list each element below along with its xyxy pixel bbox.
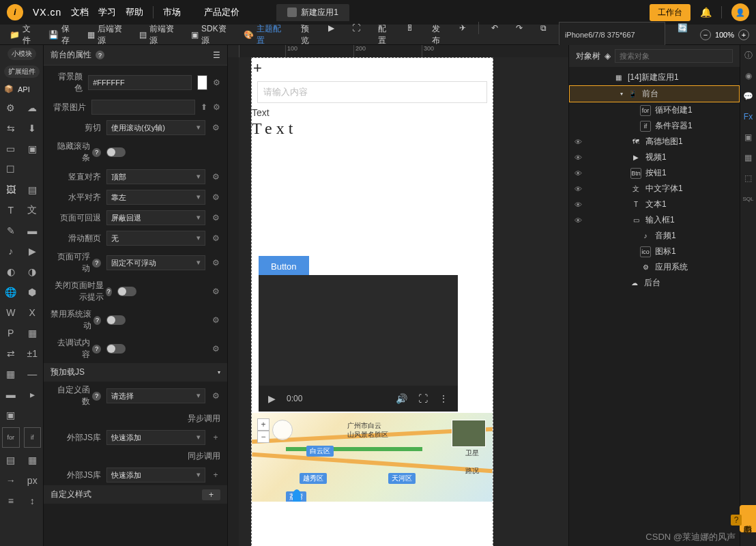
pal-icon[interactable]: P xyxy=(0,323,22,343)
canvas-input[interactable]: 请输入内容 xyxy=(257,81,487,103)
halign-select[interactable]: 靠左 xyxy=(106,190,205,205)
rtb-sql-icon[interactable]: SQL xyxy=(740,188,756,209)
pal-icon[interactable]: ⬇ xyxy=(22,118,44,139)
device-select[interactable] xyxy=(559,22,665,48)
canvas-text-small[interactable]: Text xyxy=(252,107,493,118)
tree-node-cond[interactable]: if条件容器1 xyxy=(569,118,740,134)
map-district[interactable]: 白云区 xyxy=(306,446,334,457)
canvas-map[interactable]: + − 广州市白云山风景名胜区 白云区 越秀区 天河区 荔湾 卫星 路况 xyxy=(252,413,493,502)
valign-select[interactable]: 顶部 xyxy=(106,169,205,184)
pal-icon[interactable]: ◐ xyxy=(0,261,22,282)
swipe-select[interactable]: 无 xyxy=(106,231,205,246)
tree-node-button[interactable]: 👁Btn按钮1 xyxy=(569,165,740,181)
pal-icon[interactable] xyxy=(22,159,44,179)
pal-video-icon[interactable]: ▶ xyxy=(22,241,44,261)
eye-icon[interactable]: 👁 xyxy=(575,185,584,193)
pal-icon[interactable]: ▦ xyxy=(22,323,44,343)
hidescroll-toggle[interactable] xyxy=(106,147,126,157)
nav-pricing[interactable]: 产品定价 xyxy=(204,6,239,18)
canvas-button[interactable]: Button xyxy=(259,256,309,277)
canvas-video[interactable]: ▶ 0:00 🔊 ⛶ ⋮ xyxy=(259,275,458,412)
api-item[interactable]: 📦API xyxy=(0,81,43,98)
map-satellite-thumb[interactable] xyxy=(452,420,486,447)
undo-icon[interactable]: ↶ xyxy=(486,22,504,48)
redo-icon[interactable]: ↷ xyxy=(510,22,528,48)
device-icon[interactable]: ⧉ xyxy=(535,22,552,48)
menu-icon[interactable]: ☰ xyxy=(213,51,220,60)
pal-icon[interactable]: ☁ xyxy=(22,98,44,118)
pal-icon[interactable]: W xyxy=(0,302,22,323)
tree-node-map[interactable]: 👁🗺高德地图1 xyxy=(569,134,740,149)
help-icon[interactable]: ? xyxy=(96,51,104,59)
gear-icon[interactable]: ⚙ xyxy=(213,78,220,87)
workspace-button[interactable]: 工作台 xyxy=(650,4,690,21)
float-select[interactable]: 固定不可浮动 xyxy=(106,255,205,270)
tree-node-loop[interactable]: for循环创建1 xyxy=(569,102,740,118)
help-center-tab[interactable]: 帮助中心 ? xyxy=(740,505,756,532)
gear-icon[interactable]: ⚙ xyxy=(213,102,220,112)
pal-icon[interactable]: ⬢ xyxy=(22,282,44,302)
pal-audio-icon[interactable]: ♪ xyxy=(0,241,22,261)
pal-icon[interactable]: 文 xyxy=(22,200,44,220)
tree-node-back[interactable]: ☁后台 xyxy=(569,275,740,291)
pill-extend[interactable]: 扩展组件 xyxy=(4,66,40,78)
gear-icon[interactable]: ⚙ xyxy=(211,344,220,354)
pal-button-icon[interactable]: ▬ xyxy=(22,220,44,241)
pal-icon[interactable]: ⇄ xyxy=(0,343,22,364)
volume-icon[interactable]: 🔊 xyxy=(396,393,407,404)
nav-market[interactable]: 市场 xyxy=(163,6,181,18)
pageback-select[interactable]: 屏蔽回退 xyxy=(106,210,205,225)
save-button[interactable]: 💾保存 xyxy=(46,22,79,48)
gear-icon[interactable]: ⚙ xyxy=(211,233,220,243)
preview-button[interactable]: 预览 xyxy=(295,22,317,48)
tree-node-icon[interactable]: ico图标1 xyxy=(569,244,740,259)
rtb-icon[interactable]: ▣ xyxy=(740,127,756,147)
zoom-in-icon[interactable]: + xyxy=(738,29,749,40)
disscroll-toggle[interactable] xyxy=(106,315,126,325)
device-frame[interactable]: + 请输入内容 Text Text Button ▶ 0:00 🔊 ⛶ ⋮ xyxy=(251,57,493,546)
tree-node-text[interactable]: 👁T文本1 xyxy=(569,197,740,212)
pal-icon[interactable]: ✎ xyxy=(0,220,22,241)
pal-icon[interactable] xyxy=(22,405,44,425)
eye-icon[interactable]: 👁 xyxy=(575,201,584,209)
gear-icon[interactable]: ⚙ xyxy=(211,172,220,182)
search-input[interactable] xyxy=(615,49,733,63)
pal-icon[interactable]: X xyxy=(22,302,44,323)
bgimg-input[interactable] xyxy=(91,100,195,115)
tree-node-input[interactable]: 👁▭输入框1 xyxy=(569,212,740,228)
send-icon[interactable]: ✈ xyxy=(454,22,471,48)
pal-icon[interactable]: ↕ xyxy=(22,491,44,511)
tree-node-root[interactable]: ▦[14]新建应用1 xyxy=(569,70,740,85)
debug-toggle[interactable] xyxy=(106,344,126,354)
rotate-icon[interactable]: 🔄 xyxy=(672,22,693,48)
pal-icon[interactable]: → xyxy=(0,470,22,491)
pal-icon[interactable]: ▦ xyxy=(22,450,44,470)
plus-icon[interactable]: + xyxy=(253,59,262,77)
customfn-select[interactable]: 请选择 xyxy=(106,388,205,403)
pal-icon[interactable]: ▤ xyxy=(0,450,22,470)
nav-help[interactable]: 帮助 xyxy=(126,6,143,18)
backend-res[interactable]: ▦后端资源 xyxy=(85,22,131,48)
canvas[interactable]: 100200300 + 请输入内容 Text Text Button ▶ 0:0… xyxy=(228,45,568,546)
logo-icon[interactable]: i xyxy=(7,4,23,20)
gear-icon[interactable]: ⚙ xyxy=(211,192,220,202)
pal-icon[interactable]: ▬ xyxy=(0,384,22,405)
rtb-icon[interactable]: ◉ xyxy=(740,66,756,86)
pal-if-icon[interactable]: if xyxy=(24,427,42,448)
add-style-button[interactable]: + xyxy=(202,489,220,500)
pal-icon[interactable]: ▦ xyxy=(0,364,22,384)
help-icon[interactable]: ? xyxy=(92,148,101,157)
rtb-chat-icon[interactable]: 💬 xyxy=(740,86,756,106)
pal-for-icon[interactable]: for xyxy=(2,427,20,448)
add-icon[interactable]: + xyxy=(211,433,220,442)
pal-icon[interactable]: px xyxy=(22,470,44,491)
eye-icon[interactable]: 👁 xyxy=(575,154,584,162)
gear-icon[interactable]: ⚙ xyxy=(211,315,220,325)
play-icon[interactable]: ▶ xyxy=(323,22,340,48)
tree-node-cnfont[interactable]: 👁文中文字体1 xyxy=(569,181,740,197)
config-button[interactable]: 配置 xyxy=(373,22,394,48)
pal-icon[interactable]: ⇆ xyxy=(0,118,22,139)
bgcolor-input[interactable] xyxy=(88,75,192,90)
gear-icon[interactable]: ⚙ xyxy=(211,123,220,132)
nav-docs[interactable]: 文档 xyxy=(71,6,89,18)
